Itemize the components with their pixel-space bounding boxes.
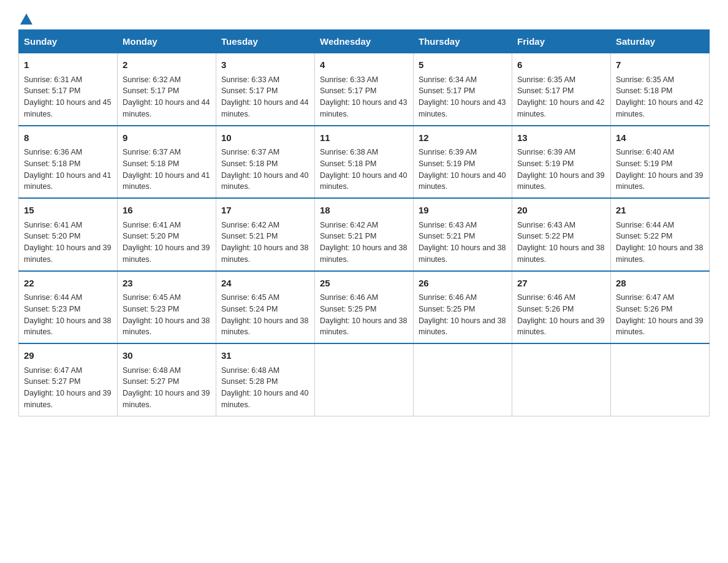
- calendar-week-row: 15 Sunrise: 6:41 AM Sunset: 5:20 PM Dayl…: [19, 198, 710, 271]
- sunset-label: Sunset: 5:25 PM: [320, 305, 376, 313]
- calendar-day-cell: 29 Sunrise: 6:47 AM Sunset: 5:27 PM Dayl…: [19, 343, 118, 416]
- weekday-header-tuesday: Tuesday: [216, 30, 315, 53]
- daylight-label: Daylight: 10 hours and 39 minutes.: [517, 316, 604, 337]
- calendar-day-cell: 5 Sunrise: 6:34 AM Sunset: 5:17 PM Dayli…: [414, 53, 512, 126]
- daylight-label: Daylight: 10 hours and 41 minutes.: [24, 171, 111, 191]
- sunrise-label: Sunrise: 6:39 AM: [517, 148, 575, 156]
- day-number: 27: [517, 277, 605, 291]
- daylight-label: Daylight: 10 hours and 38 minutes.: [616, 243, 703, 264]
- sunrise-label: Sunrise: 6:48 AM: [221, 366, 279, 375]
- day-number: 20: [517, 204, 605, 218]
- sunrise-label: Sunrise: 6:37 AM: [221, 148, 279, 156]
- calendar-day-cell: 30 Sunrise: 6:48 AM Sunset: 5:27 PM Dayl…: [118, 343, 216, 416]
- calendar-day-cell: 18 Sunrise: 6:42 AM Sunset: 5:21 PM Dayl…: [315, 198, 414, 271]
- sunrise-label: Sunrise: 6:44 AM: [24, 293, 82, 302]
- sunrise-label: Sunrise: 6:45 AM: [221, 293, 279, 302]
- sunrise-label: Sunrise: 6:48 AM: [123, 366, 181, 375]
- weekday-header-row: SundayMondayTuesdayWednesdayThursdayFrid…: [19, 30, 710, 53]
- sunrise-label: Sunrise: 6:46 AM: [419, 293, 477, 302]
- day-number: 2: [123, 58, 211, 72]
- sunrise-label: Sunrise: 6:43 AM: [419, 221, 477, 229]
- daylight-label: Daylight: 10 hours and 38 minutes.: [24, 316, 111, 337]
- sunset-label: Sunset: 5:17 PM: [24, 86, 80, 95]
- calendar-day-cell: 13 Sunrise: 6:39 AM Sunset: 5:19 PM Dayl…: [512, 126, 611, 199]
- calendar-day-cell: 24 Sunrise: 6:45 AM Sunset: 5:24 PM Dayl…: [216, 271, 315, 344]
- sunrise-label: Sunrise: 6:43 AM: [517, 221, 575, 229]
- sunset-label: Sunset: 5:27 PM: [24, 377, 80, 386]
- calendar-day-cell: 25 Sunrise: 6:46 AM Sunset: 5:25 PM Dayl…: [315, 271, 414, 344]
- calendar-day-cell: 3 Sunrise: 6:33 AM Sunset: 5:17 PM Dayli…: [216, 53, 315, 126]
- daylight-label: Daylight: 10 hours and 38 minutes.: [517, 243, 604, 264]
- weekday-header-monday: Monday: [118, 30, 216, 53]
- day-number: 14: [616, 131, 704, 145]
- day-number: 19: [419, 204, 507, 218]
- daylight-label: Daylight: 10 hours and 39 minutes.: [24, 389, 111, 409]
- sunset-label: Sunset: 5:21 PM: [221, 232, 278, 240]
- calendar-table: SundayMondayTuesdayWednesdayThursdayFrid…: [18, 29, 710, 416]
- sunrise-label: Sunrise: 6:39 AM: [419, 148, 477, 156]
- calendar-week-row: 1 Sunrise: 6:31 AM Sunset: 5:17 PM Dayli…: [19, 53, 710, 126]
- calendar-day-cell: 1 Sunrise: 6:31 AM Sunset: 5:17 PM Dayli…: [19, 53, 118, 126]
- sunrise-label: Sunrise: 6:42 AM: [221, 221, 279, 229]
- sunrise-label: Sunrise: 6:40 AM: [616, 148, 674, 156]
- sunrise-label: Sunrise: 6:37 AM: [123, 148, 181, 156]
- sunset-label: Sunset: 5:23 PM: [123, 305, 179, 313]
- daylight-label: Daylight: 10 hours and 38 minutes.: [320, 316, 407, 337]
- calendar-day-cell: [611, 343, 710, 416]
- daylight-label: Daylight: 10 hours and 44 minutes.: [221, 98, 308, 118]
- calendar-day-cell: 22 Sunrise: 6:44 AM Sunset: 5:23 PM Dayl…: [19, 271, 118, 344]
- sunrise-label: Sunrise: 6:47 AM: [616, 293, 674, 302]
- sunrise-label: Sunrise: 6:35 AM: [616, 75, 674, 84]
- sunset-label: Sunset: 5:24 PM: [221, 305, 278, 313]
- daylight-label: Daylight: 10 hours and 40 minutes.: [221, 389, 308, 409]
- daylight-label: Daylight: 10 hours and 40 minutes.: [320, 171, 407, 191]
- sunset-label: Sunset: 5:22 PM: [517, 232, 574, 240]
- daylight-label: Daylight: 10 hours and 45 minutes.: [24, 98, 111, 118]
- daylight-label: Daylight: 10 hours and 42 minutes.: [517, 98, 604, 118]
- day-number: 9: [123, 131, 211, 145]
- daylight-label: Daylight: 10 hours and 40 minutes.: [419, 171, 506, 191]
- day-number: 11: [320, 131, 408, 145]
- calendar-day-cell: 28 Sunrise: 6:47 AM Sunset: 5:26 PM Dayl…: [611, 271, 710, 344]
- calendar-day-cell: [512, 343, 611, 416]
- sunset-label: Sunset: 5:18 PM: [320, 159, 376, 168]
- calendar-day-cell: 7 Sunrise: 6:35 AM Sunset: 5:18 PM Dayli…: [611, 53, 710, 126]
- sunset-label: Sunset: 5:28 PM: [221, 377, 278, 386]
- day-number: 25: [320, 277, 408, 291]
- calendar-day-cell: 11 Sunrise: 6:38 AM Sunset: 5:18 PM Dayl…: [315, 126, 414, 199]
- sunrise-label: Sunrise: 6:32 AM: [123, 75, 181, 84]
- calendar-day-cell: 2 Sunrise: 6:32 AM Sunset: 5:17 PM Dayli…: [118, 53, 216, 126]
- day-number: 21: [616, 204, 704, 218]
- sunrise-label: Sunrise: 6:33 AM: [221, 75, 279, 84]
- sunset-label: Sunset: 5:17 PM: [517, 86, 574, 95]
- sunset-label: Sunset: 5:19 PM: [616, 159, 672, 168]
- day-number: 26: [419, 277, 507, 291]
- sunrise-label: Sunrise: 6:47 AM: [24, 366, 82, 375]
- sunrise-label: Sunrise: 6:36 AM: [24, 148, 82, 156]
- calendar-day-cell: 6 Sunrise: 6:35 AM Sunset: 5:17 PM Dayli…: [512, 53, 611, 126]
- day-number: 6: [517, 58, 605, 72]
- daylight-label: Daylight: 10 hours and 39 minutes.: [123, 243, 210, 264]
- day-number: 28: [616, 277, 704, 291]
- daylight-label: Daylight: 10 hours and 39 minutes.: [24, 243, 111, 264]
- sunset-label: Sunset: 5:26 PM: [517, 305, 574, 313]
- sunset-label: Sunset: 5:21 PM: [320, 232, 376, 240]
- daylight-label: Daylight: 10 hours and 39 minutes.: [517, 171, 604, 191]
- calendar-week-row: 22 Sunrise: 6:44 AM Sunset: 5:23 PM Dayl…: [19, 271, 710, 344]
- day-number: 7: [616, 58, 704, 72]
- daylight-label: Daylight: 10 hours and 38 minutes.: [320, 243, 407, 264]
- calendar-day-cell: 23 Sunrise: 6:45 AM Sunset: 5:23 PM Dayl…: [118, 271, 216, 344]
- calendar-day-cell: 14 Sunrise: 6:40 AM Sunset: 5:19 PM Dayl…: [611, 126, 710, 199]
- logo: [18, 12, 32, 23]
- calendar-day-cell: 12 Sunrise: 6:39 AM Sunset: 5:19 PM Dayl…: [414, 126, 512, 199]
- daylight-label: Daylight: 10 hours and 43 minutes.: [320, 98, 407, 118]
- daylight-label: Daylight: 10 hours and 44 minutes.: [123, 98, 210, 118]
- day-number: 5: [419, 58, 507, 72]
- daylight-label: Daylight: 10 hours and 38 minutes.: [419, 316, 506, 337]
- day-number: 22: [24, 277, 112, 291]
- day-number: 17: [221, 204, 309, 218]
- sunrise-label: Sunrise: 6:34 AM: [419, 75, 477, 84]
- sunset-label: Sunset: 5:20 PM: [24, 232, 80, 240]
- sunset-label: Sunset: 5:22 PM: [616, 232, 672, 240]
- sunset-label: Sunset: 5:17 PM: [221, 86, 278, 95]
